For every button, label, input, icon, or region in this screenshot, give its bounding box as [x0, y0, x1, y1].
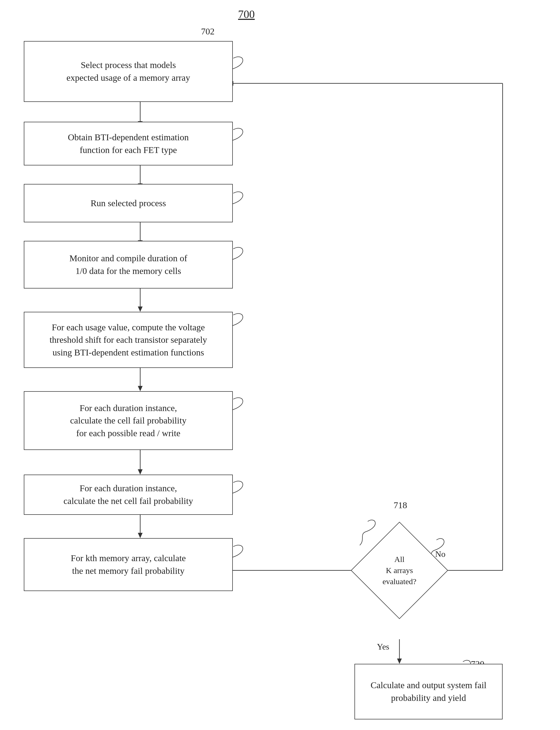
diamond-yes-label: Yes — [377, 642, 389, 652]
output-box: Calculate and output system failprobabil… — [354, 664, 503, 719]
diagram-title: 700 — [238, 8, 255, 21]
step-710-box: For each usage value, compute the voltag… — [24, 312, 233, 368]
step-704-box: Obtain BTI-dependent estimationfunction … — [24, 122, 233, 165]
step-712-box: For each duration instance,calculate the… — [24, 391, 233, 450]
diamond-no-label: No — [435, 549, 445, 559]
svg-marker-9 — [138, 386, 143, 391]
output-text: Calculate and output system failprobabil… — [371, 679, 486, 704]
diamond-label: AllK arraysevaluated? — [383, 554, 416, 587]
step-712-text: For each duration instance,calculate the… — [70, 402, 186, 440]
step-704-text: Obtain BTI-dependent estimationfunction … — [68, 131, 189, 156]
svg-marker-13 — [138, 533, 143, 538]
step-diamond-box: AllK arraysevaluated? — [365, 536, 434, 605]
flowchart-diagram: 700 — [0, 0, 560, 730]
step-708-text: Monitor and compile duration of1/0 data … — [69, 252, 187, 277]
svg-marker-7 — [138, 306, 143, 312]
step-714-box: For each duration instance,calculate the… — [24, 475, 233, 515]
step-714-text: For each duration instance,calculate the… — [63, 482, 193, 507]
step-718-label: 718 — [394, 500, 407, 510]
step-706-box: Run selected process — [24, 184, 233, 222]
step-702-label: 702 — [201, 26, 215, 37]
step-710-text: For each usage value, compute the voltag… — [49, 321, 207, 359]
step-716-box: For kth memory array, calculatethe net m… — [24, 538, 233, 591]
svg-marker-17 — [397, 659, 402, 664]
svg-marker-11 — [138, 469, 143, 475]
step-702-text: Select process that modelsexpected usage… — [66, 59, 190, 84]
step-706-text: Run selected process — [90, 197, 166, 210]
step-708-box: Monitor and compile duration of1/0 data … — [24, 241, 233, 288]
step-716-text: For kth memory array, calculatethe net m… — [71, 552, 186, 577]
step-702-box: Select process that modelsexpected usage… — [24, 41, 233, 102]
